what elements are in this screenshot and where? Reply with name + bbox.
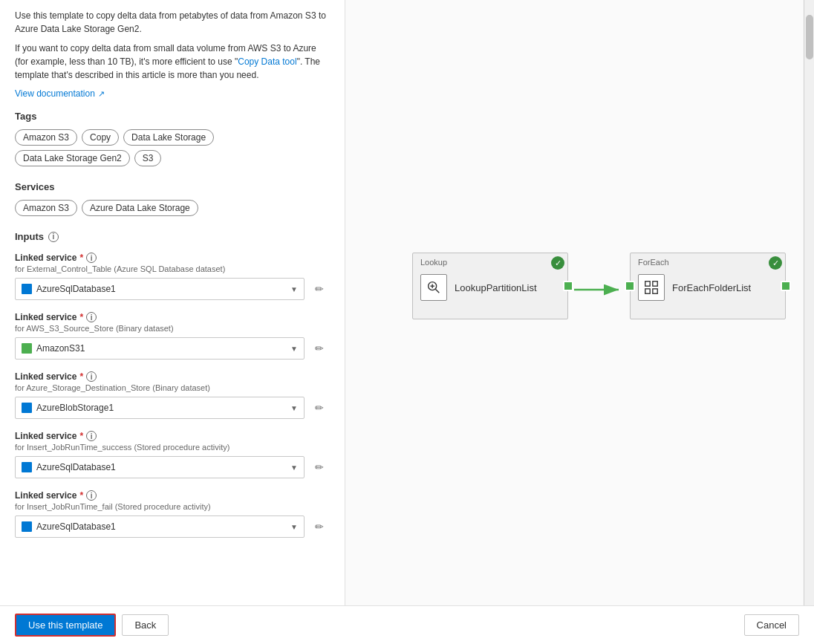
linked-service-info-2[interactable]: i	[86, 312, 97, 322]
description-text-2: If you want to copy delta data from smal…	[15, 42, 330, 82]
linked-service-info-5[interactable]: i	[86, 490, 97, 501]
linked-service-group-4: Linked service * i for Insert_JobRunTime…	[15, 431, 330, 478]
foreach-node-body: ForEachFolderList	[631, 268, 785, 308]
tag-data-lake-storage: Data Lake Storage	[123, 129, 214, 146]
dropdown-chevron-2: ▼	[290, 345, 298, 353]
service-amazon-s3: Amazon S3	[15, 200, 77, 216]
dropdown-2[interactable]: AmazonS31 ▼	[15, 337, 305, 360]
linked-service-row-2: AmazonS31 ▼ ✏	[15, 337, 330, 360]
dropdown-value-5: AzureSqlDatabase1	[36, 521, 116, 532]
required-star-3: *	[79, 371, 83, 382]
dropdown-5[interactable]: AzureSqlDatabase1 ▼	[15, 515, 305, 538]
dropdown-value-3: AzureBlobStorage1	[36, 403, 114, 413]
edit-icon-2: ✏	[315, 342, 324, 354]
inputs-title: Inputs i	[15, 231, 330, 242]
dropdown-wrapper-4: AzureSqlDatabase1 ▼	[15, 456, 305, 478]
edit-icon-5: ✏	[315, 521, 324, 533]
linked-service-row-4: AzureSqlDatabase1 ▼ ✏	[15, 456, 330, 478]
dropdown-value-4: AzureSqlDatabase1	[36, 462, 116, 472]
required-star-1: *	[79, 253, 83, 263]
dropdown-1[interactable]: AzureSqlDatabase1 ▼	[15, 278, 305, 300]
view-doc-text: View documentation	[15, 88, 95, 99]
dropdown-value-1: AzureSqlDatabase1	[36, 284, 116, 294]
inputs-label: Inputs	[15, 231, 44, 242]
linked-service-text-3: Linked service	[15, 371, 76, 382]
edit-btn-1[interactable]: ✏	[309, 279, 330, 299]
linked-service-group-3: Linked service * i for Azure_Storage_Des…	[15, 371, 330, 419]
service-azure-data-lake: Azure Data Lake Storage	[82, 200, 198, 216]
linked-service-text-4: Linked service	[15, 431, 76, 441]
db-icon-4	[22, 462, 32, 472]
inputs-info-icon[interactable]: i	[48, 232, 59, 242]
s3-icon-2	[22, 343, 32, 354]
edit-btn-2[interactable]: ✏	[309, 338, 330, 359]
foreach-node-header: ForEach	[631, 253, 785, 268]
dropdown-chevron-1: ▼	[290, 285, 298, 293]
bottom-bar: Use this template Back Cancel	[0, 605, 814, 644]
external-link-icon: ↗	[98, 89, 105, 99]
edit-btn-4[interactable]: ✏	[309, 457, 330, 478]
svg-line-3	[435, 289, 439, 293]
edit-btn-5[interactable]: ✏	[309, 516, 330, 537]
scrollbar-track	[804, 0, 814, 605]
linked-service-sub-1: for External_Control_Table (Azure SQL Da…	[15, 264, 330, 273]
view-documentation-link[interactable]: View documentation ↗	[15, 88, 105, 99]
linked-service-group-2: Linked service * i for AWS_S3_Source_Sto…	[15, 312, 330, 360]
edit-icon-1: ✏	[315, 283, 324, 295]
lookup-node[interactable]: Lookup LookupPartitionList ✓	[412, 253, 568, 319]
linked-service-label-3: Linked service * i	[15, 371, 330, 382]
required-star-4: *	[79, 431, 83, 441]
use-template-button[interactable]: Use this template	[15, 614, 116, 637]
tag-data-lake-storage-gen2: Data Lake Storage Gen2	[15, 150, 130, 166]
linked-service-info-4[interactable]: i	[86, 431, 97, 441]
tags-title: Tags	[15, 111, 330, 122]
foreach-check-icon: ✓	[769, 256, 782, 270]
services-section: Services Amazon S3 Azure Data Lake Stora…	[15, 181, 330, 216]
edit-icon-3: ✏	[315, 402, 324, 414]
back-button[interactable]: Back	[122, 614, 169, 636]
services-container: Amazon S3 Azure Data Lake Storage	[15, 200, 330, 216]
scrollbar-thumb[interactable]	[806, 15, 813, 59]
edit-btn-3[interactable]: ✏	[309, 397, 330, 418]
copy-data-tool-link[interactable]: Copy Data tool	[238, 56, 296, 67]
required-star-5: *	[79, 490, 83, 501]
svg-rect-6	[645, 282, 650, 286]
linked-service-info-3[interactable]: i	[86, 371, 97, 382]
linked-service-label-4: Linked service * i	[15, 431, 330, 441]
blob-icon-3	[22, 403, 32, 413]
svg-rect-9	[653, 289, 657, 293]
linked-service-label-5: Linked service * i	[15, 490, 330, 501]
dropdown-wrapper-1: AzureSqlDatabase1 ▼	[15, 278, 305, 300]
linked-service-row-3: AzureBlobStorage1 ▼ ✏	[15, 397, 330, 419]
lookup-node-header: Lookup	[413, 253, 567, 268]
svg-rect-7	[653, 282, 657, 286]
linked-service-group-5: Linked service * i for Insert_JobRunTime…	[15, 490, 330, 538]
canvas-area: Lookup LookupPartitionList ✓	[345, 0, 814, 605]
linked-service-row-5: AzureSqlDatabase1 ▼ ✏	[15, 515, 330, 538]
tag-s3: S3	[134, 150, 162, 166]
left-panel: Use this template to copy delta data fro…	[0, 0, 345, 605]
db-icon-5	[22, 521, 32, 532]
dropdown-4[interactable]: AzureSqlDatabase1 ▼	[15, 456, 305, 478]
foreach-node[interactable]: ForEach ForEachFolderList ✓	[630, 253, 786, 319]
dropdown-chevron-5: ▼	[290, 523, 298, 531]
foreach-node-label: ForEachFolderList	[672, 282, 751, 293]
tag-amazon-s3: Amazon S3	[15, 129, 77, 146]
foreach-connector-left	[625, 281, 635, 291]
linked-service-label-1: Linked service * i	[15, 253, 330, 263]
dropdown-wrapper-3: AzureBlobStorage1 ▼	[15, 397, 305, 419]
linked-service-info-1[interactable]: i	[86, 253, 97, 263]
dropdown-3[interactable]: AzureBlobStorage1 ▼	[15, 397, 305, 419]
tag-copy: Copy	[82, 129, 119, 146]
lookup-connector-right	[563, 281, 573, 291]
linked-service-text-5: Linked service	[15, 490, 76, 501]
lookup-node-body: LookupPartitionList	[413, 268, 567, 308]
cancel-button[interactable]: Cancel	[744, 614, 799, 636]
linked-service-sub-3: for Azure_Storage_Destination_Store (Bin…	[15, 383, 330, 392]
lookup-check-icon: ✓	[551, 256, 564, 270]
foreach-node-icon	[638, 274, 665, 301]
lookup-node-icon	[420, 274, 447, 301]
dropdown-wrapper-2: AmazonS31 ▼	[15, 337, 305, 360]
lookup-node-label: LookupPartitionList	[455, 282, 537, 293]
svg-rect-8	[645, 289, 650, 293]
